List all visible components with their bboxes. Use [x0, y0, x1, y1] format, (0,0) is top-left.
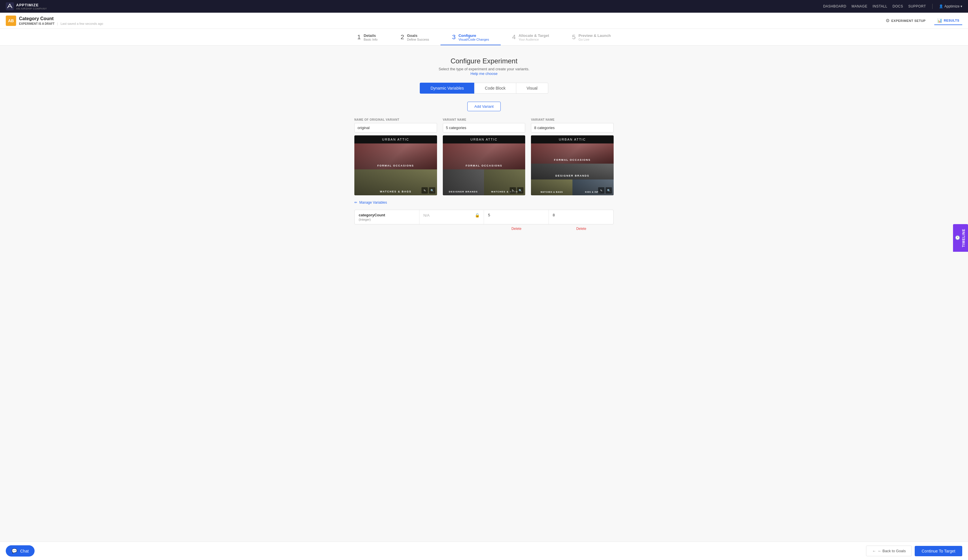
variant-0-name-input[interactable]: [354, 123, 437, 133]
nav-manage[interactable]: MANAGE: [852, 4, 867, 8]
experiment-title: Category Count: [19, 16, 103, 22]
add-variant-button[interactable]: Add Variant: [467, 102, 501, 111]
steps-list: 1 Details Basic Info 2 Goals Define Succ…: [346, 33, 622, 45]
variant-0-app-header: URBAN ATTIC: [354, 135, 437, 144]
variant-0-label: NAME OF ORIGINAL VARIANT: [354, 118, 437, 121]
main-content: Configure Experiment Select the type of …: [0, 45, 968, 548]
chat-button[interactable]: 💬 Chat: [6, 545, 35, 548]
var-value-1-input[interactable]: [488, 213, 545, 217]
experiment-setup-button[interactable]: ⚙ EXPERIMENT SETUP: [883, 16, 928, 25]
variant-5cat: VARIANT NAME URBAN ATTIC FORMAL OCCASION…: [443, 118, 525, 195]
variant-original: NAME OF ORIGINAL VARIANT URBAN ATTIC FOR…: [354, 118, 437, 195]
step-4-allocate[interactable]: 4 Allocate & Target Your Audience: [501, 33, 561, 45]
configure-header: Configure Experiment Select the type of …: [6, 57, 962, 76]
help-link[interactable]: Help me choose: [471, 71, 497, 76]
nav-support[interactable]: SUPPORT: [908, 4, 926, 8]
var-name: categoryCount: [359, 213, 415, 217]
tab-visual[interactable]: Visual: [516, 83, 548, 94]
variables-grid: categoryCount (Integer) N/A 🔒: [354, 210, 614, 224]
var-value-0-cell: N/A 🔒: [419, 210, 484, 224]
top-nav-links: DASHBOARD MANAGE INSTALL DOCS SUPPORT 👤 …: [823, 4, 962, 9]
delete-row: Delete Delete: [354, 224, 614, 232]
variant-2-zoom-btn[interactable]: 🔍: [605, 187, 612, 194]
tab-code-block[interactable]: Code Block: [474, 83, 516, 94]
variant-2-name-input[interactable]: [531, 123, 614, 133]
results-button[interactable]: 📊 RESULTS: [934, 17, 962, 25]
nav-docs[interactable]: DOCS: [893, 4, 903, 8]
variant-0-zoom-btn[interactable]: 🔍: [429, 187, 435, 194]
delete-variant-2-link[interactable]: Delete: [576, 227, 586, 231]
experiment-type-tabs: Dynamic Variables Code Block Visual: [6, 83, 962, 94]
variant-2-mockup: URBAN ATTIC FORMAL OCCASIONS: [531, 135, 614, 195]
nav-dashboard[interactable]: DASHBOARD: [823, 4, 847, 8]
tile-formal-overlay: FORMAL OCCASIONS: [354, 144, 437, 169]
var-value-1-cell[interactable]: [484, 210, 549, 224]
configure-subtitle: Select the type of experiment and create…: [6, 67, 962, 71]
manage-variables-link[interactable]: ✏ Manage Variables: [354, 200, 387, 204]
step-2-goals[interactable]: 2 Goals Define Success: [389, 33, 441, 45]
nav-install[interactable]: INSTALL: [873, 4, 887, 8]
nav-divider: [932, 4, 933, 9]
var-value-2-input[interactable]: [553, 213, 610, 217]
pencil-icon: ✏: [354, 200, 357, 204]
avatar: AB: [6, 15, 16, 26]
experiment-info: AB Category Count EXPERIMENT IS A DRAFT …: [6, 15, 103, 26]
experiment-status: EXPERIMENT IS A DRAFT | Last saved a few…: [19, 22, 103, 25]
steps-bar: 1 Details Basic Info 2 Goals Define Succ…: [0, 29, 968, 45]
variant-0-actions: ✎ 🔍: [421, 187, 435, 194]
variant-0-edit-btn[interactable]: ✎: [421, 187, 428, 194]
sub-header: AB Category Count EXPERIMENT IS A DRAFT …: [0, 13, 968, 29]
variant-2-edit-btn[interactable]: ✎: [598, 187, 605, 194]
experiment-title-block: Category Count EXPERIMENT IS A DRAFT | L…: [19, 16, 103, 25]
clock-icon: 🕐: [955, 235, 960, 240]
header-actions: ⚙ EXPERIMENT SETUP 📊 RESULTS: [883, 16, 962, 25]
variants-grid: NAME OF ORIGINAL VARIANT URBAN ATTIC FOR…: [354, 118, 614, 195]
tab-dynamic-variables[interactable]: Dynamic Variables: [420, 83, 474, 94]
back-to-goals-button[interactable]: ← ← Back to Goals: [866, 545, 912, 548]
variant-1-label: VARIANT NAME: [443, 118, 525, 121]
var-name-cell: categoryCount (Integer): [355, 210, 419, 224]
variant-1-edit-btn[interactable]: ✎: [510, 187, 516, 194]
manage-variables-row: ✏ Manage Variables: [354, 200, 614, 207]
variant-1-mockup: URBAN ATTIC FORMAL OCCASIONS: [443, 135, 525, 195]
brand-text: APPTIMIZE AN AIRSHIP COMPANY: [16, 3, 47, 10]
continue-to-target-button[interactable]: Continue To Target: [915, 546, 962, 548]
var-type: (Integer): [359, 218, 415, 221]
variants-section: NAME OF ORIGINAL VARIANT URBAN ATTIC FOR…: [354, 118, 614, 232]
bottom-bar: 💬 Chat ← ← Back to Goals Continue To Tar…: [0, 542, 968, 548]
variant-1-app-header: URBAN ATTIC: [443, 135, 525, 144]
variant-1-name-input[interactable]: [443, 123, 525, 133]
brand-area: APPTIMIZE AN AIRSHIP COMPANY: [6, 2, 47, 10]
step-5-preview[interactable]: 5 Preview & Launch Go Live: [561, 33, 622, 45]
nav-buttons: ← ← Back to Goals Continue To Target: [866, 545, 962, 548]
user-menu[interactable]: 👤 Apptimize ▾: [939, 4, 962, 8]
variant-1-zoom-btn[interactable]: 🔍: [517, 187, 524, 194]
top-nav: APPTIMIZE AN AIRSHIP COMPANY DASHBOARD M…: [0, 0, 968, 13]
step-3-configure[interactable]: 3 Configure Visual/Code Changes: [441, 33, 501, 45]
configure-title: Configure Experiment: [6, 57, 962, 65]
step-1-details[interactable]: 1 Details Basic Info: [346, 33, 389, 45]
var-value-2-cell[interactable]: [549, 210, 614, 224]
var-value-locked: N/A 🔒: [423, 213, 480, 217]
lock-icon: 🔒: [475, 213, 480, 217]
variant-0-mockup: URBAN ATTIC FORMAL OCCASIONS: [354, 135, 437, 195]
logo-icon: [6, 2, 14, 10]
variant-8cat: VARIANT NAME URBAN ATTIC FORMAL OCCASION…: [531, 118, 614, 195]
variant-1-actions: ✎ 🔍: [510, 187, 524, 194]
variant-2-actions: ✎ 🔍: [598, 187, 612, 194]
timeline-tab[interactable]: 🕐 TIMELINE: [953, 224, 968, 252]
add-variant-row: Add Variant: [6, 102, 962, 111]
delete-variant-1-link[interactable]: Delete: [511, 227, 522, 231]
variant-2-label: VARIANT NAME: [531, 118, 614, 121]
variant-2-app-header: URBAN ATTIC: [531, 135, 614, 144]
